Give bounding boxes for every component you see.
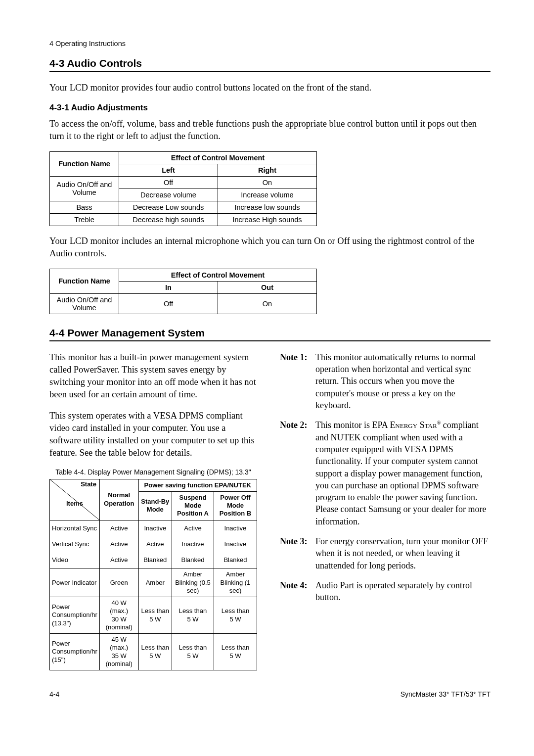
cell-left: Decrease Low sounds (119, 201, 218, 213)
section-4-3-title: 4-3 Audio Controls (49, 57, 490, 69)
note-text: For energy conservation, turn your monit… (315, 535, 490, 571)
note-text: Audio Part is operated separately by con… (315, 579, 490, 604)
cell-fn: Audio On/Off and Volume (50, 293, 119, 314)
th-function: Function Name (50, 269, 119, 293)
th-saving: Power saving function EPA/NUTEK (138, 479, 257, 491)
th-off: Power Off Mode Position B (214, 491, 257, 520)
dpms-cell: Inactive (214, 536, 257, 552)
cell-right: Increase High sounds (218, 213, 317, 226)
footer-left: 4-4 (49, 690, 59, 698)
cell-left: Decrease volume (119, 189, 218, 201)
dpms-item: Horizontal Sync (50, 520, 100, 536)
th-effect: Effect of Control Movement (119, 151, 317, 164)
two-column: This monitor has a built-in power manage… (49, 351, 490, 670)
dpms-cell: Active (99, 552, 138, 568)
note-label: Note 1: (280, 351, 315, 411)
th-out: Out (218, 281, 317, 293)
note-1: Note 1: This monitor automatically retur… (280, 351, 490, 411)
dpms-cell: Inactive (138, 520, 172, 536)
sec431-text: To access the on/off, volume, bass and t… (49, 118, 490, 142)
dpms-cell: 40 W (max.)30 W(nominal) (99, 597, 138, 634)
section-4-4-title: 4-4 Power Management System (49, 327, 490, 339)
cell-fn: Bass (50, 201, 119, 213)
dpms-cell: Blanked (138, 552, 172, 568)
dpms-item: Video (50, 552, 100, 568)
cell-in: Off (119, 293, 218, 314)
footer: 4-4 SyncMaster 33* TFT/53* TFT (49, 690, 490, 698)
dpms-cell: Blanked (172, 552, 214, 568)
dpms-cell: Active (99, 520, 138, 536)
dpms-cell: AmberBlinking (1 sec) (214, 568, 257, 597)
sec43-intro: Your LCD monitor provides four audio con… (49, 82, 490, 94)
page: 4 Operating Instructions 4-3 Audio Contr… (0, 0, 534, 756)
dpms-cell: Inactive (172, 536, 214, 552)
dpms-cell: Less than5 W (214, 597, 257, 634)
th-right: Right (218, 164, 317, 176)
dpms-caption: Table 4-4. Display Power Management Sign… (49, 468, 257, 476)
mic-text: Your LCD monitor includes an internal mi… (49, 235, 490, 260)
dpms-item: Power Consumption/hr (13.3") (50, 597, 100, 634)
dpms-cell: 45 W (max.)35 W(nominal) (99, 634, 138, 670)
dpms-cell: AmberBlinking (0.5 sec) (172, 568, 214, 597)
th-in: In (119, 281, 218, 293)
dpms-cell: Less than5 W (172, 597, 214, 634)
audio-adjust-table: Function Name Effect of Control Movement… (49, 151, 317, 226)
note-text: This monitor automatically returns to no… (315, 351, 490, 411)
th-suspend: Suspend Mode Position A (172, 491, 214, 520)
th-normal: Normal Operation (99, 479, 138, 520)
sec431-heading: 4-3-1 Audio Adjustments (49, 103, 490, 113)
cell-out: On (218, 293, 317, 314)
right-column: Note 1: This monitor automatically retur… (280, 351, 490, 612)
th-standby: Stand-By Mode (138, 491, 172, 520)
cell-right: Increase low sounds (218, 201, 317, 213)
note-label: Note 4: (280, 579, 315, 604)
rule (49, 71, 490, 72)
cell-right: On (218, 176, 317, 189)
dpms-cell: Less than5 W (172, 634, 214, 670)
dpms-cell: Less than5 W (138, 634, 172, 670)
running-header: 4 Operating Instructions (49, 40, 490, 47)
cell-fn: Audio On/Off and Volume (50, 176, 119, 201)
note-label: Note 2: (280, 419, 315, 527)
dpms-item: Power Consumption/hr (15") (50, 634, 100, 670)
rule (49, 340, 490, 341)
note-3: Note 3: For energy conservation, turn yo… (280, 535, 490, 571)
cell-fn: Treble (50, 213, 119, 226)
sec44-p1: This monitor has a built-in power manage… (49, 351, 257, 401)
th-left: Left (119, 164, 218, 176)
energy-star: Energy Star (390, 420, 437, 430)
note-4: Note 4: Audio Part is operated separatel… (280, 579, 490, 604)
footer-right: SyncMaster 33* TFT/53* TFT (400, 690, 490, 698)
dpms-cell: Active (99, 536, 138, 552)
dpms-cell: Less than5 W (214, 634, 257, 670)
cell-left: Decrease high sounds (119, 213, 218, 226)
dpms-cell: Blanked (214, 552, 257, 568)
dpms-item: Vertical Sync (50, 536, 100, 552)
dpms-item: Power Indicator (50, 568, 100, 597)
dpms-cell: Amber (138, 568, 172, 597)
dpms-cell: Green (99, 568, 138, 597)
note-text: This monitor is EPA Energy Star® complia… (315, 419, 490, 527)
th-diag: State Items (50, 479, 100, 520)
cell-left: Off (119, 176, 218, 189)
note-label: Note 3: (280, 535, 315, 571)
dpms-table: State Items Normal Operation Power savin… (49, 479, 257, 671)
dpms-cell: Active (138, 536, 172, 552)
dpms-cell: Inactive (214, 520, 257, 536)
sec44-p2: This system operates with a VESA DPMS co… (49, 410, 257, 459)
cell-right: Increase volume (218, 189, 317, 201)
th-function: Function Name (50, 151, 119, 176)
note-2: Note 2: This monitor is EPA Energy Star®… (280, 419, 490, 527)
left-column: This monitor has a built-in power manage… (49, 351, 257, 670)
mic-table: Function Name Effect of Control Movement… (49, 269, 317, 314)
th-effect: Effect of Control Movement (119, 269, 317, 281)
dpms-cell: Less than5 W (138, 597, 172, 634)
dpms-cell: Active (172, 520, 214, 536)
